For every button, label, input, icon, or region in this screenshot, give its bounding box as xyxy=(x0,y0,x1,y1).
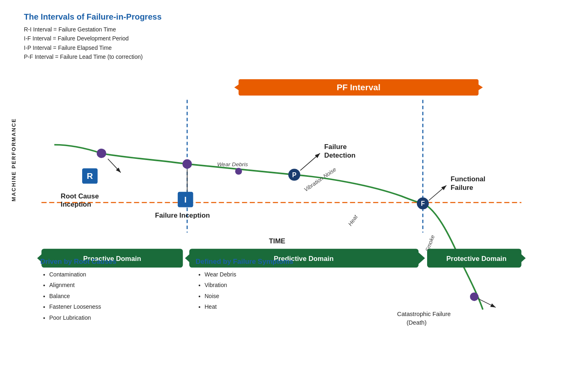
list-item: Noise xyxy=(205,291,327,302)
predictive-list: Wear Debris Vibration Noise Heat xyxy=(196,269,327,312)
interval-ip: I-P Interval = Failure Elapsed Time xyxy=(24,43,547,52)
list-item: Vibration xyxy=(205,280,327,291)
svg-text:Wear Debris: Wear Debris xyxy=(217,161,248,167)
proactive-column: Driven by Root Causes Contamination Alig… xyxy=(36,258,175,335)
list-item: Contamination xyxy=(49,269,171,280)
header-title: The Intervals of Failure-in-Progress xyxy=(24,12,547,22)
bottom-text-section: Driven by Root Causes Contamination Alig… xyxy=(36,258,535,335)
svg-text:Detection: Detection xyxy=(324,151,355,159)
svg-text:P: P xyxy=(292,172,296,178)
svg-text:I: I xyxy=(184,195,186,204)
svg-text:Inception: Inception xyxy=(60,200,91,208)
svg-text:R: R xyxy=(87,171,93,180)
interval-if: I-F Interval = Failure Development Perio… xyxy=(24,34,547,43)
svg-point-19 xyxy=(182,159,192,169)
interval-ri: R-I Interval = Failure Gestation Time xyxy=(24,25,547,34)
svg-text:F: F xyxy=(421,200,425,207)
chart-area: MACHINE PERFORMANCE SATISFACTORY BELOW R… xyxy=(28,70,543,335)
svg-point-24 xyxy=(235,168,242,175)
svg-text:PF Interval: PF Interval xyxy=(336,82,380,92)
svg-text:Failure: Failure xyxy=(324,143,347,151)
list-item: Fastener Looseness xyxy=(49,301,171,312)
svg-line-35 xyxy=(429,185,446,200)
list-item: Balance xyxy=(49,291,171,302)
list-item: Heat xyxy=(205,301,327,312)
predictive-column: Defined by Failure Symptoms Wear Debris … xyxy=(192,258,331,335)
svg-text:Failure Inception: Failure Inception xyxy=(155,211,210,219)
svg-text:Root Cause: Root Cause xyxy=(60,192,99,200)
svg-line-28 xyxy=(300,153,320,170)
svg-text:Failure: Failure xyxy=(450,183,473,191)
svg-line-14 xyxy=(107,159,120,173)
interval-pf: P-F Interval = Failure Lead Time (to cor… xyxy=(24,52,547,61)
svg-point-13 xyxy=(96,148,106,158)
svg-text:Heat: Heat xyxy=(347,213,359,227)
list-item: Poor Lubrication xyxy=(49,312,171,323)
y-axis-label: MACHINE PERFORMANCE xyxy=(8,90,20,229)
header-section: The Intervals of Failure-in-Progress R-I… xyxy=(24,12,547,62)
proactive-list: Contamination Alignment Balance Fastener… xyxy=(40,269,171,323)
proactive-title: Driven by Root Causes xyxy=(40,258,171,266)
predictive-title: Defined by Failure Symptoms xyxy=(196,258,327,266)
svg-text:TIME: TIME xyxy=(269,237,285,245)
list-item: Alignment xyxy=(49,280,171,291)
svg-text:Functional: Functional xyxy=(450,175,485,183)
list-item: Wear Debris xyxy=(205,269,327,280)
header-intervals: R-I Interval = Failure Gestation Time I-… xyxy=(24,25,547,62)
